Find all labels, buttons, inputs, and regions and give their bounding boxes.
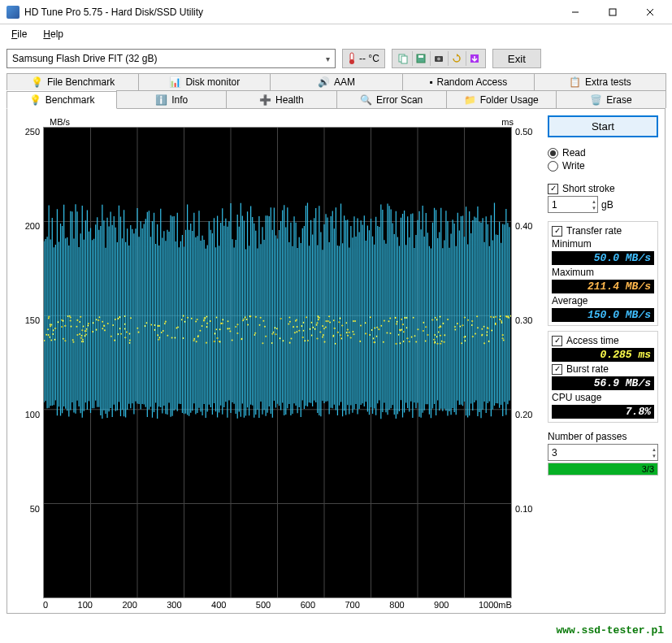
svg-point-178 [417, 328, 418, 330]
svg-point-300 [183, 315, 184, 317]
toolbar: Samsung Flash Drive FIT (32 gB) ▾ -- °C … [7, 49, 665, 68]
svg-point-330 [352, 331, 353, 332]
svg-point-67 [260, 317, 262, 319]
svg-point-303 [79, 321, 80, 323]
tab-file-benchmark[interactable]: 💡File Benchmark [7, 73, 139, 90]
copy-icon[interactable] [394, 51, 412, 66]
svg-point-194 [329, 322, 331, 324]
menu-help[interactable]: Help [38, 26, 68, 42]
svg-point-293 [236, 332, 238, 334]
close-button[interactable] [631, 0, 669, 24]
svg-point-86 [197, 319, 198, 320]
avg-value: 150.0 MB/s [552, 308, 654, 322]
passes-spinner[interactable]: 3▲▼ [548, 444, 658, 461]
save-icon[interactable] [412, 51, 430, 66]
short-stroke-checkbox[interactable]: Short stroke [548, 183, 658, 194]
svg-point-33 [500, 315, 501, 317]
access-time-value: 0.285 ms [552, 348, 654, 362]
temperature-value: -- °C [359, 53, 379, 64]
tab-error-scan[interactable]: 🔍Error Scan [336, 90, 447, 108]
chart-area: 250 200 150 100 50 [14, 127, 541, 598]
svg-point-196 [163, 330, 164, 332]
svg-point-257 [349, 332, 350, 333]
burst-rate-checkbox[interactable]: Burst rate [552, 363, 654, 375]
svg-point-371 [220, 323, 222, 324]
svg-point-320 [328, 315, 330, 317]
chevron-down-icon: ▾ [326, 54, 330, 63]
tab-info[interactable]: ℹ️Info [116, 90, 227, 108]
tab-aam[interactable]: 🔊AAM [270, 73, 402, 90]
svg-point-212 [196, 341, 197, 342]
short-stroke-input-row: 1▲▼ gB [548, 196, 658, 213]
screenshot-icon[interactable] [430, 51, 448, 66]
svg-point-345 [353, 320, 354, 322]
refresh-icon[interactable] [448, 51, 466, 66]
svg-point-356 [61, 326, 63, 328]
tab-folder-usage[interactable]: 📁Folder Usage [446, 90, 557, 108]
spinner-up-icon[interactable]: ▲ [592, 198, 596, 205]
write-radio[interactable]: Write [548, 160, 658, 172]
svg-point-102 [112, 324, 114, 326]
svg-point-172 [52, 333, 54, 335]
menu-file[interactable]: File [7, 26, 32, 42]
svg-point-107 [103, 325, 105, 327]
spinner-down-icon[interactable]: ▼ [652, 453, 657, 459]
svg-point-118 [193, 338, 195, 340]
tab-health[interactable]: ➕Health [226, 90, 336, 108]
tab-random-access[interactable]: ▪Random Access [402, 73, 535, 90]
svg-point-131 [271, 342, 273, 344]
svg-point-133 [373, 337, 375, 339]
svg-point-60 [72, 339, 74, 341]
y-left-label: MB/s [50, 117, 70, 127]
exit-button[interactable]: Exit [492, 49, 541, 68]
tab-extra-tests[interactable]: 📋Extra tests [534, 73, 666, 90]
svg-point-27 [80, 316, 81, 318]
svg-point-334 [96, 319, 98, 320]
svg-point-346 [81, 329, 83, 331]
transfer-rate-checkbox[interactable]: Transfer rate [552, 225, 654, 237]
svg-point-193 [215, 317, 217, 319]
svg-point-251 [72, 341, 74, 343]
start-button[interactable]: Start [548, 115, 658, 137]
svg-point-154 [255, 316, 257, 318]
svg-point-360 [401, 329, 402, 331]
passes-progress: 3/3 [548, 463, 658, 476]
svg-point-48 [306, 316, 307, 318]
svg-point-192 [102, 328, 103, 329]
access-time-checkbox[interactable]: Access time [552, 335, 654, 346]
svg-point-280 [236, 324, 238, 325]
maximize-button[interactable] [594, 0, 631, 24]
titlebar: HD Tune Pro 5.75 - Hard Disk/SSD Utility [0, 0, 672, 24]
svg-point-375 [340, 337, 342, 339]
spinner-down-icon[interactable]: ▼ [592, 205, 596, 211]
svg-point-88 [289, 321, 291, 323]
svg-point-182 [124, 324, 126, 325]
drive-selector[interactable]: Samsung Flash Drive FIT (32 gB) ▾ [7, 49, 336, 68]
benchmark-icon: 💡 [29, 94, 41, 106]
tab-benchmark[interactable]: 💡Benchmark [7, 91, 117, 109]
svg-point-76 [476, 315, 478, 317]
svg-point-352 [204, 317, 206, 319]
svg-point-206 [102, 321, 103, 323]
cpu-label: CPU usage [552, 392, 654, 403]
svg-point-322 [93, 322, 94, 324]
svg-point-308 [227, 320, 228, 322]
download-icon[interactable] [466, 51, 483, 66]
svg-point-307 [341, 325, 343, 327]
svg-point-361 [434, 334, 436, 336]
spinner-up-icon[interactable]: ▲ [652, 446, 657, 453]
svg-point-344 [323, 328, 325, 329]
read-radio[interactable]: Read [548, 147, 658, 159]
svg-point-109 [314, 328, 316, 330]
svg-point-57 [293, 326, 294, 328]
svg-point-53 [115, 319, 116, 320]
svg-point-262 [440, 335, 441, 337]
min-label: Minimum [552, 238, 654, 250]
svg-point-256 [369, 334, 371, 336]
minimize-button[interactable] [557, 0, 594, 24]
svg-point-312 [365, 322, 366, 324]
tab-disk-monitor[interactable]: 📊Disk monitor [138, 73, 271, 90]
tab-erase[interactable]: 🗑️Erase [556, 90, 666, 108]
svg-point-287 [376, 327, 378, 328]
short-stroke-spinner[interactable]: 1▲▼ [548, 196, 598, 213]
